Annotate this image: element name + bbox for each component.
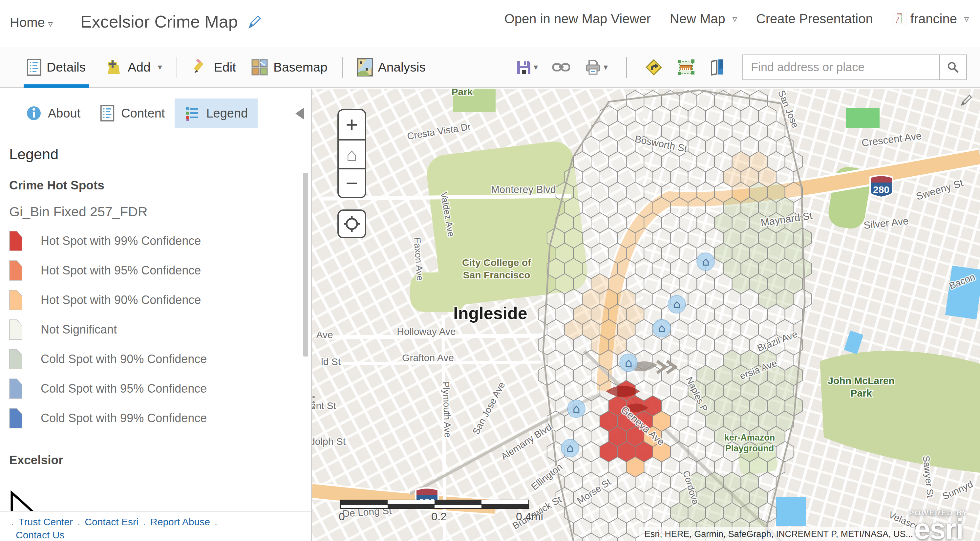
- map-canvas[interactable]: ⌂⌂⌂⌂⌂⌂280280ParkCresta Vista DrBosworth …: [312, 89, 980, 541]
- map-label: ent St: [312, 400, 336, 411]
- map-label: City College of: [462, 257, 531, 268]
- details-label: Details: [47, 60, 86, 75]
- open-in-new-map-viewer-link[interactable]: Open in new Map Viewer: [504, 11, 651, 26]
- footer-link[interactable]: Report Abuse: [150, 516, 210, 527]
- edit-pencil-icon: [192, 59, 209, 76]
- map-label: Park: [451, 89, 473, 97]
- panel-resize-handle[interactable]: [312, 396, 315, 409]
- scrollbar-thumb[interactable]: [303, 173, 308, 356]
- legend-items: Hot Spot with 99% ConfidenceHot Spot wit…: [9, 231, 291, 428]
- poi-cluster-icon[interactable]: ⌂: [620, 354, 637, 372]
- edit-button[interactable]: Edit: [188, 47, 239, 88]
- add-button[interactable]: Add ▾: [102, 47, 165, 88]
- details-button[interactable]: Details: [24, 47, 89, 88]
- poi-cluster-icon[interactable]: ⌂: [568, 400, 585, 418]
- toolbar-divider: [342, 57, 343, 78]
- map-label: Park: [850, 388, 872, 399]
- svg-text:⌂: ⌂: [673, 298, 681, 311]
- create-presentation-link[interactable]: Create Presentation: [756, 11, 873, 26]
- sidebar-footer: .Trust Center.Contact Esri.Report Abuse.…: [0, 511, 311, 541]
- save-icon: [516, 59, 532, 75]
- edit-label: Edit: [214, 60, 236, 75]
- tab-legend[interactable]: Legend: [175, 99, 258, 128]
- map-label: Ingleside: [453, 304, 527, 323]
- dot-separator: .: [143, 516, 146, 527]
- basemap-button[interactable]: Basemap: [248, 47, 331, 88]
- dot-separator: .: [78, 516, 80, 527]
- search-input[interactable]: [742, 54, 939, 80]
- layer-title: Crime Hot Spots: [9, 178, 291, 193]
- poi-cluster-icon[interactable]: ⌂: [668, 296, 686, 313]
- svg-text:⌂: ⌂: [702, 255, 710, 268]
- basemap-label: Basemap: [274, 60, 328, 75]
- legend-swatch-icon: [9, 260, 22, 281]
- footer-link[interactable]: Trust Center: [18, 516, 73, 527]
- chevron-down-icon: ▿: [48, 19, 53, 29]
- home-menu[interactable]: Home▿: [10, 15, 53, 30]
- new-map-menu[interactable]: New Map▿: [670, 11, 737, 26]
- map-toolbar: Details Add ▾ Edit: [0, 47, 980, 88]
- poi-cluster-icon[interactable]: ⌂: [653, 320, 670, 337]
- legend-swatch-icon: [9, 408, 22, 428]
- collapse-panel-arrow[interactable]: [295, 108, 304, 119]
- map-label: Ave: [316, 329, 333, 340]
- avatar: [892, 12, 907, 26]
- map-label: Monterey Blvd: [491, 184, 556, 195]
- dot-separator: .: [215, 516, 217, 527]
- legend-item: Cold Spot with 95% Confidence: [9, 379, 291, 399]
- svg-text:⌂: ⌂: [625, 356, 632, 369]
- link-icon: [552, 62, 570, 73]
- bookmarks-button[interactable]: [710, 59, 725, 76]
- add-layer-icon: [105, 59, 123, 76]
- legend-class-label: Not Significant: [41, 323, 117, 336]
- toolbar-divider: [177, 57, 177, 78]
- tab-content[interactable]: Content: [90, 98, 175, 129]
- sidebar-scrollbar[interactable]: ▾: [302, 161, 309, 505]
- zoom-out-button[interactable]: −: [339, 168, 365, 197]
- map-edit-icon[interactable]: [960, 93, 974, 107]
- footer-link[interactable]: Contact Esri: [85, 516, 138, 527]
- measure-button[interactable]: [677, 59, 695, 76]
- poi-cluster-icon[interactable]: ⌂: [697, 253, 714, 270]
- legend-class-label: Hot Spot with 99% Confidence: [41, 234, 201, 248]
- directions-icon: [645, 59, 662, 76]
- user-menu[interactable]: francine▿: [892, 11, 969, 26]
- legend-swatch-icon: [9, 349, 22, 369]
- svg-text:280: 280: [873, 184, 889, 195]
- map-area: ⌂⌂⌂⌂⌂⌂280280ParkCresta Vista DrBosworth …: [312, 89, 980, 541]
- legend-class-label: Cold Spot with 90% Confidence: [41, 352, 207, 366]
- legend-item: Hot Spot with 90% Confidence: [9, 290, 291, 310]
- poi-cluster-icon[interactable]: ⌂: [561, 439, 579, 457]
- footer-link[interactable]: Contact Us: [16, 530, 64, 540]
- save-button[interactable]: ▾: [516, 59, 538, 75]
- share-link-button[interactable]: [552, 62, 570, 73]
- legend-field-name: Gi_Bin Fixed 257_FDR: [9, 204, 291, 220]
- layer-title-excelsior: Excelsior: [9, 453, 291, 467]
- legend-swatch-icon: [9, 231, 22, 251]
- interstate-shield-280: 280: [869, 175, 893, 198]
- excelsior-boundary-swatch-icon: [9, 490, 35, 511]
- top-menu: Open in new Map Viewer New Map▿ Create P…: [504, 0, 969, 38]
- default-extent-button[interactable]: ⌂: [339, 139, 365, 168]
- search-button[interactable]: [939, 54, 967, 80]
- legend-swatch-icon: [9, 290, 22, 310]
- legend-class-label: Hot Spot with 95% Confidence: [41, 264, 201, 277]
- analysis-label: Analysis: [378, 60, 426, 75]
- analysis-button[interactable]: Analysis: [354, 47, 429, 88]
- measure-icon: [677, 59, 695, 76]
- zoom-in-button[interactable]: +: [339, 110, 365, 139]
- map-label: Playground: [725, 444, 774, 453]
- tab-legend-label: Legend: [206, 107, 248, 121]
- legend-class-label: Cold Spot with 99% Confidence: [41, 411, 207, 425]
- new-map-label: New Map: [670, 11, 725, 26]
- print-button[interactable]: ▾: [584, 59, 608, 75]
- edit-title-pencil-icon[interactable]: [247, 14, 262, 29]
- map-label: ld St: [321, 356, 341, 367]
- tab-about[interactable]: About: [16, 99, 90, 128]
- create-presentation-label: Create Presentation: [756, 11, 873, 26]
- search-icon: [947, 61, 960, 74]
- top-header: Home▿ Excelsior Crime Map Open in new Ma…: [0, 0, 980, 47]
- directions-button[interactable]: [645, 59, 662, 76]
- sidebar-tabs: About Content: [16, 98, 258, 129]
- find-my-location-button[interactable]: [337, 210, 366, 238]
